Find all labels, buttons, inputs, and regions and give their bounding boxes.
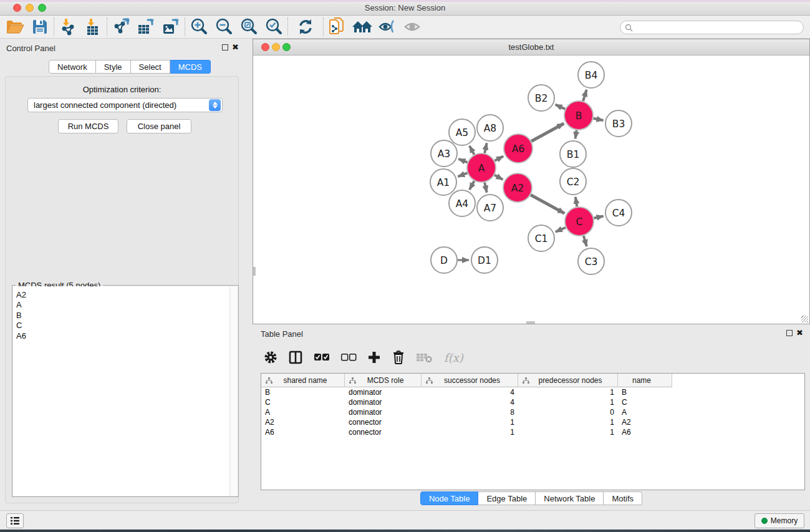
mcds-result-item[interactable]: A xyxy=(16,300,229,310)
graph-edge-C-C2[interactable] xyxy=(576,197,577,207)
table-row[interactable]: A6connector11A6 xyxy=(261,427,804,437)
hierarchy-icon xyxy=(523,375,529,386)
graph-edge-A6-B[interactable] xyxy=(531,123,564,142)
column-header-shared-name[interactable]: shared name xyxy=(261,374,345,387)
table-row[interactable]: Cdominator41C xyxy=(261,397,804,407)
tab-network[interactable]: Network xyxy=(49,60,96,74)
resize-grip[interactable] xyxy=(801,316,808,322)
graph-edge-A-A4[interactable] xyxy=(470,181,475,190)
zoom-in-icon[interactable] xyxy=(186,17,211,37)
table-row[interactable]: Bdominator41B xyxy=(261,387,804,397)
gear-icon[interactable] xyxy=(264,348,277,367)
column-header-successor-nodes[interactable]: successor nodes xyxy=(422,374,518,387)
horizontal-scroll-thumb[interactable] xyxy=(526,321,535,324)
function-icon[interactable]: f(x) xyxy=(444,348,463,367)
graph-edge-C-C3[interactable] xyxy=(584,236,587,246)
graph-edge-A-A5[interactable] xyxy=(470,146,475,155)
close-panel-icon[interactable]: ✖ xyxy=(232,42,239,52)
close-panel-button[interactable]: Close panel xyxy=(127,119,191,133)
result-scrollbar[interactable] xyxy=(229,286,238,496)
hide-eye-icon[interactable] xyxy=(375,17,400,37)
tab-style[interactable]: Style xyxy=(96,60,131,74)
home-icon[interactable] xyxy=(350,17,375,37)
graph-edge-A-A1[interactable] xyxy=(458,173,467,177)
graph-edge-C-C1[interactable] xyxy=(556,228,566,232)
mcds-result-item[interactable]: A2 xyxy=(16,290,229,300)
zoom-fit-icon[interactable] xyxy=(236,17,261,37)
status-bar: Memory xyxy=(0,510,810,530)
graph-node-label-A5: A5 xyxy=(456,127,468,138)
tab-motifs[interactable]: Motifs xyxy=(604,491,642,505)
tab-select[interactable]: Select xyxy=(131,60,170,74)
network-canvas[interactable]: AA1A3A4A5A7A8A6A2BB1B2B3B4CC1C2C3C4DD1 xyxy=(253,56,809,324)
mcds-result-item[interactable]: A6 xyxy=(16,331,229,341)
table-cell: connector xyxy=(345,417,422,427)
delete-icon[interactable] xyxy=(392,348,405,367)
table-cell: 1 xyxy=(422,427,518,437)
graph-edge-C-C4[interactable] xyxy=(594,216,603,218)
run-mcds-button[interactable]: Run MCDS xyxy=(58,119,118,133)
table-cell: A2 xyxy=(261,417,345,427)
graph-edge-A2-C[interactable] xyxy=(531,195,564,213)
mcds-result-item[interactable]: C xyxy=(16,321,229,331)
toolbar-separator xyxy=(185,17,185,36)
table-cell: C xyxy=(261,397,345,407)
search-input[interactable] xyxy=(635,23,798,32)
mcds-result-item[interactable]: B xyxy=(16,311,229,321)
graph-edge-B-B1[interactable] xyxy=(576,130,577,139)
graph-edge-A-A6[interactable] xyxy=(494,157,503,161)
network-documents-icon[interactable] xyxy=(325,17,350,37)
optimization-select[interactable]: largest connected component (directed) xyxy=(27,98,223,112)
vertical-scroll-thumb[interactable] xyxy=(253,267,256,276)
graph-node-label-C3: C3 xyxy=(585,256,598,268)
column-header-name[interactable]: name xyxy=(618,374,672,387)
zoom-out-icon[interactable] xyxy=(211,17,236,37)
tab-node-table[interactable]: Node Table xyxy=(420,491,479,505)
close-panel-icon[interactable]: ✖ xyxy=(796,328,803,337)
export-network-icon[interactable] xyxy=(108,17,133,37)
network-window-title: testGlobe.txt xyxy=(253,42,809,52)
control-panel-title: Control Panel xyxy=(6,44,55,53)
refresh-icon[interactable] xyxy=(289,17,322,37)
graph-node-label-C4: C4 xyxy=(612,208,625,219)
float-panel-icon[interactable] xyxy=(786,330,793,336)
export-image-icon[interactable] xyxy=(158,17,183,37)
table-row[interactable]: A2connector11A2 xyxy=(261,417,804,427)
task-history-button[interactable] xyxy=(6,513,24,528)
graph-edge-B-B2[interactable] xyxy=(556,105,566,109)
zoom-selected-icon[interactable] xyxy=(261,17,286,37)
export-table-icon[interactable] xyxy=(133,17,158,37)
save-session-icon[interactable] xyxy=(27,17,52,37)
table-cell: dominator xyxy=(345,387,422,397)
desktop-background xyxy=(0,530,810,532)
table-row[interactable]: Adominator80A xyxy=(261,407,804,417)
import-table-icon[interactable] xyxy=(80,17,105,37)
graph-edge-A-A7[interactable] xyxy=(485,182,487,192)
deselect-all-icon[interactable] xyxy=(340,348,357,367)
mcds-result-list: A2ABCA6 xyxy=(13,286,229,496)
network-window-titlebar[interactable]: testGlobe.txt xyxy=(253,39,809,56)
column-header-predecessor-nodes[interactable]: predecessor nodes xyxy=(518,374,618,387)
open-file-icon[interactable] xyxy=(2,17,27,37)
table-cell: 8 xyxy=(422,407,518,417)
table-body: Bdominator41BCdominator41CAdominator80AA… xyxy=(261,387,804,437)
graph-edge-B-B3[interactable] xyxy=(594,118,604,120)
columns-icon[interactable] xyxy=(288,348,303,367)
graph-edge-B-B4[interactable] xyxy=(583,90,587,101)
graph-node-label-A7: A7 xyxy=(484,203,496,214)
tab-edge-table[interactable]: Edge Table xyxy=(478,491,536,505)
tab-network-table[interactable]: Network Table xyxy=(536,491,604,505)
float-panel-icon[interactable] xyxy=(222,44,228,51)
table-cell: 4 xyxy=(422,397,518,407)
show-eye-icon[interactable] xyxy=(400,17,425,37)
graph-edge-A-A8[interactable] xyxy=(485,143,487,153)
delete-table-icon[interactable] xyxy=(416,348,433,367)
memory-button[interactable]: Memory xyxy=(755,513,804,528)
tab-mcds[interactable]: MCDS xyxy=(170,60,211,74)
import-network-icon[interactable] xyxy=(55,17,80,37)
column-header-MCDS-role[interactable]: MCDS role xyxy=(345,374,422,387)
select-all-icon[interactable] xyxy=(314,348,330,367)
add-icon[interactable] xyxy=(367,348,381,367)
graph-edge-A-A2[interactable] xyxy=(494,175,503,180)
graph-edge-A-A3[interactable] xyxy=(458,159,467,162)
